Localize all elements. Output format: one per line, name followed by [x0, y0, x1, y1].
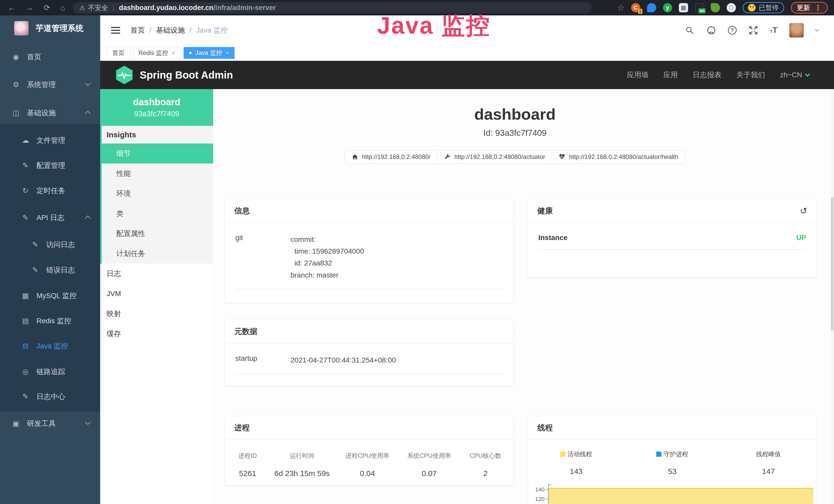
sba-locale-select[interactable]: zh~CN [780, 71, 809, 79]
github-icon[interactable] [706, 25, 716, 35]
tab-java-monitor[interactable]: Java 监控 × [184, 47, 235, 59]
scrollbar-thumb[interactable] [831, 197, 833, 330]
tab-home[interactable]: 首页 [107, 47, 130, 59]
sba-nav-about[interactable]: 关于我们 [737, 70, 765, 80]
legend-daemon-threads: 守护进程 [624, 450, 720, 458]
sidebar-item-log-center[interactable]: ✎ 日志中心 [0, 391, 100, 402]
reload-icon[interactable]: ⟳ [44, 4, 50, 12]
sba-logo-icon[interactable] [116, 66, 133, 84]
actuator-url: http://192.168.0.2:48080/actuator [454, 153, 545, 160]
breadcrumb-separator: / [150, 26, 152, 35]
sidebar-item-file-mgmt[interactable]: ☁ 文件管理 [0, 135, 100, 146]
sidebar-item-redis-monitor[interactable]: ▤ Redis 监控 [0, 315, 100, 327]
sidebar-item-scheduled-tasks[interactable]: ↻ 定时任务 [0, 185, 100, 197]
live-threads-area [549, 488, 813, 504]
chevron-down-icon [805, 72, 810, 77]
browser-update-button[interactable]: 更新 ⋮ [791, 2, 828, 14]
y-tick-label: 120 [535, 496, 545, 502]
eye-icon: ◎ [21, 368, 30, 375]
profile-emoji-icon [748, 4, 756, 12]
font-size-icon[interactable]: тT [770, 25, 777, 35]
breadcrumb-infra[interactable]: 基础设施 [156, 25, 185, 35]
sidebar-item-infrastructure[interactable]: ◫ 基础设施 [0, 107, 100, 119]
metadata-startup-value: 2021-04-27T00:44:31.254+08:00 [290, 354, 396, 366]
service-url-button[interactable]: http://192.168.0.2:48080/ [345, 150, 437, 164]
process-col-header: 进程ID [227, 452, 268, 460]
sidebar-item-java-monitor[interactable]: ⊟ Java 监控 [0, 340, 100, 352]
process-cell: 0.04 [336, 469, 398, 478]
menu-item-caches[interactable]: 缓存 [100, 324, 213, 344]
sidebar-item-mysql-monitor[interactable]: ▦ MySQL 监控 [0, 290, 100, 301]
sidebar-collapse-icon[interactable] [111, 27, 120, 33]
profile-paused-chip[interactable]: 已暂停 [743, 2, 784, 13]
monitor-icon: ◫ [12, 109, 20, 117]
extension-icon-2[interactable] [647, 3, 656, 12]
menu-item-mappings[interactable]: 映射 [100, 304, 213, 324]
extension-icon-1[interactable]: C 1 [631, 3, 640, 12]
home-icon[interactable]: ⌂ [60, 4, 65, 12]
sidebar-item-api-logs[interactable]: ✎ API 日志 [0, 212, 100, 223]
sba-nav-applications[interactable]: 应用 [663, 70, 678, 80]
insights-group-label: Insights [100, 126, 213, 143]
app-logo-image [14, 21, 28, 36]
help-icon[interactable]: ? [728, 26, 737, 35]
menu-item-environment[interactable]: 环境 [100, 184, 213, 204]
sidebar-item-access-logs[interactable]: ✎ 访问日志 [0, 239, 100, 250]
update-label: 更新 [797, 3, 810, 12]
menu-item-jvm[interactable]: JVM [100, 284, 213, 304]
menu-item-scheduled[interactable]: 计划任务 [100, 244, 213, 264]
breadcrumb-home[interactable]: 首页 [130, 25, 145, 35]
sidebar-item-label: 文件管理 [37, 136, 65, 145]
sba-brand-title[interactable]: Spring Boot Admin [140, 69, 233, 81]
extension-icon-6[interactable] [711, 3, 720, 12]
sidebar-item-system-mgmt[interactable]: ⚙ 系统管理 [0, 79, 100, 90]
bookmark-star-icon[interactable]: ☆ [617, 3, 624, 13]
user-caret-icon[interactable] [815, 27, 819, 31]
page-scrollbar[interactable] [830, 89, 834, 504]
close-icon[interactable]: × [172, 49, 175, 56]
sidebar-item-error-logs[interactable]: ✎ 错误日志 [0, 265, 100, 276]
menu-item-config-props[interactable]: 配置属性 [100, 224, 213, 244]
sidebar-item-home[interactable]: ◉ 首页 [0, 51, 100, 63]
browser-menu-icon[interactable]: ⋮ [814, 3, 822, 12]
menu-item-metrics[interactable]: 性能 [100, 164, 213, 184]
fullscreen-icon[interactable] [748, 25, 758, 35]
sidebar-item-label: 研发工具 [27, 419, 56, 429]
not-secure-icon: ⚠ [79, 4, 85, 11]
extensions-puzzle-icon[interactable]: ⬡ [727, 3, 736, 12]
extension-icon-5[interactable]: on [695, 3, 704, 12]
address-bar[interactable]: ⚠ 不安全 | dashboard.yudao.iocoder.cn /infr… [73, 2, 592, 13]
metadata-startup-label: startup [235, 354, 290, 366]
menu-item-details[interactable]: 细节 [100, 143, 213, 164]
sba-nav-wallboard[interactable]: 应用墙 [627, 70, 649, 80]
menu-item-logs[interactable]: 日志 [100, 264, 213, 284]
health-instance-label: Instance [539, 234, 568, 242]
info-card: 信息 git commit: time: 1596289704000 id: 2… [225, 199, 514, 303]
sidebar-item-dev-tools[interactable]: ▣ 研发工具 [0, 418, 100, 429]
screen-icon: ⊟ [21, 343, 30, 350]
legend-label: 守护进程 [663, 450, 688, 458]
history-icon[interactable]: ↺ [800, 206, 808, 216]
sidebar-item-tracing[interactable]: ◎ 链路追踪 [0, 366, 100, 377]
sba-content: dashboard Id: 93a3fc7f7409 http://192.16… [213, 89, 830, 504]
extension-icon-3[interactable]: y [663, 3, 672, 12]
sidebar-item-config-mgmt[interactable]: ✎ 配置管理 [0, 160, 100, 171]
actuator-url-button[interactable]: http://192.168.0.2:48080/actuator [437, 150, 552, 164]
forward-icon[interactable]: → [26, 4, 34, 12]
legend-daemon-value: 53 [624, 467, 720, 476]
back-icon[interactable]: ← [8, 4, 16, 12]
close-icon[interactable]: × [226, 49, 229, 56]
search-icon[interactable] [685, 25, 695, 35]
url-path: /infra/admin-server [214, 4, 276, 12]
tab-redis-monitor[interactable]: Redis 监控 × [133, 47, 180, 59]
health-url-button[interactable]: http://192.168.0.2:48080/actuator/health [552, 150, 685, 164]
extension-icon-4[interactable]: ▦ [679, 3, 688, 12]
sba-nav-journal[interactable]: 日志报表 [693, 70, 722, 80]
menu-item-classes[interactable]: 类 [100, 204, 213, 224]
instance-header[interactable]: dashboard 93a3fc7f7409 [100, 89, 213, 126]
app-logo[interactable]: 芋道管理系统 [14, 21, 84, 36]
wrench-icon [444, 154, 451, 160]
user-avatar[interactable] [789, 23, 804, 38]
edit-icon: ✎ [21, 393, 30, 400]
sba-instance-sidebar: dashboard 93a3fc7f7409 Insights 细节 性能 环境… [100, 89, 213, 504]
